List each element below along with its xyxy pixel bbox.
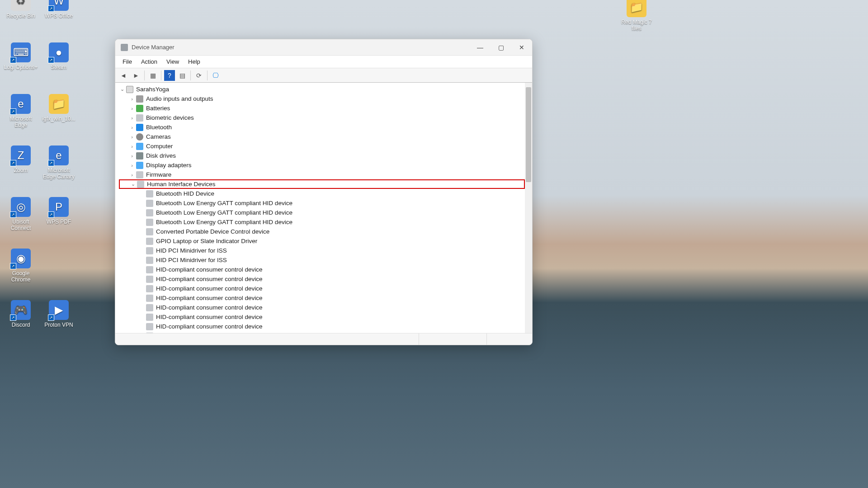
tree-row[interactable]: ▸HID-compliant consumer control device	[119, 322, 525, 331]
tree-label: Bluetooth Low Energy GATT compliant HID …	[156, 209, 292, 216]
expand-arrow-icon[interactable]: ›	[129, 144, 135, 149]
scan-button[interactable]: ⟳	[193, 70, 204, 81]
expand-arrow-icon[interactable]: ›	[129, 106, 135, 111]
desktop-icon[interactable]: Z↗Zoom	[3, 145, 39, 174]
tree-row[interactable]: ▸Bluetooth Low Energy GATT compliant HID…	[119, 217, 525, 227]
toolbar-separator	[207, 70, 208, 80]
tree-row[interactable]: ▸HID-compliant consumer control device	[119, 293, 525, 303]
desktop-icon[interactable]: ◉↗Google Chrome	[3, 249, 39, 283]
desktop-icon[interactable]: ⌨↗Logi Options+	[3, 42, 39, 70]
menu-action[interactable]: Action	[137, 57, 161, 66]
hid-icon	[136, 114, 143, 122]
desktop-icon[interactable]: 🎮↗Discord	[3, 300, 39, 328]
close-button[interactable]: ✕	[511, 39, 532, 56]
help-button[interactable]: ?	[164, 70, 175, 81]
expand-arrow-icon[interactable]: ›	[129, 163, 135, 168]
tree-row[interactable]: ▸HID-compliant consumer control device	[119, 312, 525, 322]
desktop-icon[interactable]: ◎↗Ubisoft Connect	[3, 197, 39, 231]
tree-row[interactable]: ▸Bluetooth Low Energy GATT compliant HID…	[119, 198, 525, 208]
app-icon: e↗	[49, 145, 69, 165]
hid-icon	[146, 238, 153, 245]
pc-icon	[126, 86, 133, 93]
titlebar[interactable]: Device Manager — ▢ ✕	[115, 39, 532, 56]
desktop-icon-label: Discord	[3, 322, 39, 328]
minimize-button[interactable]: —	[470, 39, 491, 56]
desktop-icon[interactable]: P↗WPS PDF	[41, 197, 77, 225]
app-icon: Z↗	[11, 145, 31, 165]
scrollbar[interactable]	[525, 83, 532, 333]
desktop-icon-label: Zoom	[3, 167, 39, 174]
forward-button[interactable]: ►	[131, 70, 142, 81]
tree-row[interactable]: ▸HID PCI Minidriver for ISS	[119, 255, 525, 265]
expand-arrow-icon[interactable]: ›	[129, 96, 135, 102]
tree-row[interactable]: ▸HID-compliant consumer control device	[119, 284, 525, 293]
disk-icon	[136, 152, 143, 160]
expand-arrow-icon[interactable]: ›	[129, 115, 135, 121]
tree-label: HID-compliant consumer control device	[156, 295, 263, 301]
desktop-icon-label: Red Magic 7 files	[618, 19, 655, 32]
tree-row[interactable]: ›Disk drives	[119, 151, 525, 160]
tree-row[interactable]: ›Cameras	[119, 132, 525, 141]
app-icon: ⌨↗	[11, 42, 31, 62]
desktop-icon[interactable]: W↗WPS Office	[41, 0, 77, 19]
app-icon: ◎↗	[11, 197, 31, 217]
device-tree[interactable]: ⌄SarahsYoga›Audio inputs and outputs›Bat…	[115, 83, 525, 333]
tree-row[interactable]: ▸Converted Portable Device Control devic…	[119, 227, 525, 236]
tree-row[interactable]: ▸HID-compliant consumer control device	[119, 274, 525, 284]
status-cell	[115, 333, 419, 345]
tree-label: Cameras	[146, 133, 171, 140]
tree-row[interactable]: ›Computer	[119, 141, 525, 151]
scrollbar-thumb[interactable]	[526, 87, 531, 182]
tree-row[interactable]: ▸HID-compliant consumer control device	[119, 265, 525, 274]
tree-row[interactable]: ⌄Human Interface Devices	[119, 179, 525, 189]
status-cell	[419, 333, 487, 345]
mon-icon	[136, 162, 143, 169]
expand-arrow-icon[interactable]: ›	[129, 134, 135, 140]
expand-arrow-icon[interactable]: ›	[129, 172, 135, 178]
desktop-icon[interactable]: 📁igfx_win_10...	[41, 94, 77, 122]
menubar: File Action View Help	[115, 56, 532, 68]
app-icon: 📁	[627, 0, 646, 17]
menu-help[interactable]: Help	[184, 57, 204, 66]
tree-row[interactable]: ▸HID PCI Minidriver for ISS	[119, 246, 525, 255]
desktop-icon[interactable]: 📁Red Magic 7 files	[618, 0, 655, 32]
show-hidden-button[interactable]: ▦	[147, 70, 158, 81]
tree-label: HID-compliant consumer control device	[156, 276, 263, 282]
hid-icon	[146, 209, 153, 216]
tree-row[interactable]: ⌄SarahsYoga	[119, 84, 525, 94]
maximize-button[interactable]: ▢	[491, 39, 511, 56]
tree-row[interactable]: ›Bluetooth	[119, 122, 525, 132]
desktop-icon-label: Microsoft Edge Canary	[41, 167, 77, 180]
hid-icon	[146, 219, 153, 226]
expand-arrow-icon[interactable]: ⌄	[130, 181, 136, 187]
tree-row[interactable]: ▸Bluetooth HID Device	[119, 189, 525, 198]
app-icon: W↗	[49, 0, 69, 11]
monitor-button[interactable]: 🖵	[210, 70, 221, 81]
tree-row[interactable]: ▸Bluetooth Low Energy GATT compliant HID…	[119, 208, 525, 217]
desktop-icon[interactable]: ♻Recycle Bin	[3, 0, 39, 19]
desktop-icon[interactable]: ●↗Steam	[41, 42, 77, 70]
hid-icon	[146, 295, 153, 302]
expand-arrow-icon[interactable]: ›	[129, 125, 135, 130]
tree-row[interactable]: ▸GPIO Laptop or Slate Indicator Driver	[119, 236, 525, 246]
tree-row[interactable]: ›Display adapters	[119, 160, 525, 170]
back-button[interactable]: ◄	[118, 70, 129, 81]
tree-row[interactable]: ›Audio inputs and outputs	[119, 94, 525, 103]
menu-view[interactable]: View	[163, 57, 183, 66]
tree-row[interactable]: ›Batteries	[119, 103, 525, 113]
mon-icon	[136, 143, 143, 150]
hid-icon	[146, 285, 153, 292]
desktop-icon[interactable]: e↗Microsoft Edge	[3, 94, 39, 128]
properties-button[interactable]: ▤	[177, 70, 188, 81]
hid-icon	[146, 323, 153, 330]
expand-arrow-icon[interactable]: ›	[129, 153, 135, 159]
desktop-icon[interactable]: ▶↗Proton VPN	[41, 300, 77, 328]
expand-arrow-icon[interactable]: ⌄	[119, 86, 125, 92]
menu-file[interactable]: File	[119, 57, 136, 66]
desktop-icon[interactable]: e↗Microsoft Edge Canary	[41, 145, 77, 180]
tree-row[interactable]: ▸HID-compliant consumer control device	[119, 303, 525, 312]
tree-row[interactable]: ›Firmware	[119, 170, 525, 179]
tree-row[interactable]: ›Biometric devices	[119, 113, 525, 122]
tree-label: Disk drives	[146, 152, 176, 159]
tree-label: GPIO Laptop or Slate Indicator Driver	[156, 238, 257, 244]
